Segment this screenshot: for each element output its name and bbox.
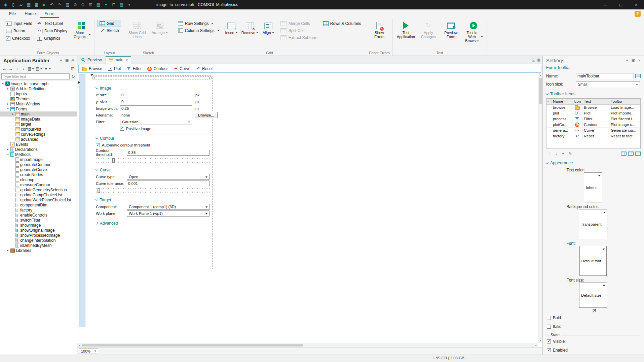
tree-node[interactable]: Main Window bbox=[0, 101, 77, 106]
tree-node[interactable]: changeInterpolation bbox=[0, 238, 77, 243]
italic-checkbox[interactable] bbox=[547, 325, 551, 329]
apply-changes-button[interactable]: Apply Changes bbox=[418, 20, 439, 40]
extract-subform-button[interactable]: Extract Subform bbox=[278, 34, 319, 41]
grid-mode-button[interactable]: Grid bbox=[98, 20, 121, 27]
scrollbar-thumb[interactable] bbox=[539, 78, 542, 104]
column-settings-button[interactable]: Column Settings bbox=[176, 27, 221, 34]
ribbon-tab[interactable]: File bbox=[5, 10, 20, 18]
go-to-source-icon[interactable] bbox=[635, 74, 641, 78]
toolbar-name-input[interactable] bbox=[576, 73, 634, 79]
zoom-extents-icon[interactable]: ⊕ bbox=[72, 1, 79, 8]
tree-node[interactable]: updateWorkPlaneChoiceList bbox=[0, 197, 77, 202]
filter-nodes-icon[interactable]: ▼ bbox=[43, 65, 51, 72]
browse-toolbar-button[interactable]: Browse bbox=[80, 66, 105, 72]
maximize-button[interactable]: □ bbox=[613, 0, 629, 9]
tree-node[interactable]: advanced bbox=[0, 137, 77, 142]
tree-node[interactable]: createNodes bbox=[0, 172, 77, 177]
merge-cells-button[interactable]: Merge Cells bbox=[278, 20, 319, 27]
graphics-button[interactable]: Graphics bbox=[35, 35, 69, 42]
toolbar-items-section-header[interactable]: Toolbar Items bbox=[546, 92, 641, 96]
save-items-icon[interactable] bbox=[628, 151, 634, 156]
row-settings-button[interactable]: Row Settings bbox=[176, 20, 221, 27]
curve-type-combo[interactable]: Open bbox=[127, 174, 210, 180]
toolbar-item-row[interactable]: plotCo... Contour Plot image c... bbox=[546, 122, 640, 128]
tree-node[interactable]: showProcessedImage bbox=[0, 233, 77, 238]
plot-toolbar-button[interactable]: Plot bbox=[105, 66, 124, 72]
positive-image-checkbox[interactable] bbox=[120, 127, 124, 131]
close-tab-icon[interactable] bbox=[126, 58, 128, 62]
row-grip[interactable] bbox=[546, 119, 552, 119]
tree-node[interactable]: Forms bbox=[0, 106, 77, 111]
tree-expander-icon[interactable] bbox=[6, 101, 9, 106]
row-grip[interactable] bbox=[546, 136, 552, 136]
row-grip[interactable] bbox=[546, 124, 552, 125]
visible-checkbox[interactable] bbox=[547, 339, 551, 343]
preview-form-button[interactable]: Preview Form bbox=[441, 20, 461, 40]
tree-expander-icon[interactable] bbox=[6, 86, 9, 91]
font-combo[interactable]: Default font bbox=[579, 246, 607, 276]
align-button[interactable]: Align bbox=[260, 20, 277, 36]
tree-expander-icon[interactable] bbox=[6, 248, 9, 253]
tree-node[interactable]: measureContour bbox=[0, 182, 77, 187]
scroll-down-icon[interactable] bbox=[538, 339, 542, 343]
scroll-up-icon[interactable] bbox=[538, 73, 542, 77]
tree-node[interactable]: Methods bbox=[0, 152, 77, 157]
zoom-control[interactable]: 100% bbox=[79, 348, 98, 354]
arrange-button[interactable]: Arrange bbox=[149, 20, 170, 36]
open-file-icon[interactable]: ▱ bbox=[17, 1, 25, 8]
copy-icon[interactable]: ▥ bbox=[64, 1, 71, 8]
tree-expander-icon[interactable] bbox=[1, 81, 4, 86]
edit-toolbar-item-icon[interactable]: ✎ bbox=[567, 151, 573, 156]
table-settings-icon[interactable] bbox=[635, 151, 641, 156]
tab-preview[interactable]: Preview bbox=[78, 56, 105, 64]
filter-combo[interactable]: Gaussian bbox=[120, 119, 192, 125]
contour-threshold-input[interactable] bbox=[127, 150, 210, 156]
comsol-logo-icon[interactable]: ◈ bbox=[2, 1, 9, 8]
tree-node[interactable]: Add-in Definition bbox=[0, 86, 77, 91]
tree-expander-icon[interactable] bbox=[6, 152, 9, 157]
button-object-button[interactable]: Button bbox=[4, 27, 34, 35]
add-icon[interactable]: + bbox=[103, 1, 110, 8]
tree-node[interactable]: Inputs bbox=[0, 91, 77, 96]
node-view-icon[interactable]: ▤ bbox=[35, 65, 43, 72]
back-icon[interactable]: ← bbox=[1, 65, 7, 72]
checkbox-object-button[interactable]: Checkbox bbox=[4, 35, 34, 42]
tree-node[interactable]: generateCurve bbox=[0, 167, 77, 172]
column-header[interactable]: Tooltip bbox=[609, 99, 640, 104]
tree-node[interactable]: cleanup bbox=[0, 177, 77, 182]
column-header[interactable]: Icon bbox=[572, 99, 582, 104]
curve-tolerance-slider[interactable] bbox=[97, 188, 210, 193]
browse-button[interactable]: Browse... bbox=[195, 112, 218, 118]
save-as-icon[interactable]: ▩ bbox=[33, 1, 40, 8]
move-item-up-icon[interactable]: ↑ bbox=[546, 151, 552, 156]
enabled-checkbox[interactable] bbox=[547, 348, 551, 352]
form-design-surface[interactable]: Image x: size 0 px y: size 0 px bbox=[93, 76, 213, 269]
table-icon[interactable]: ▦ bbox=[118, 1, 125, 8]
image-section-header[interactable]: Image bbox=[96, 85, 210, 91]
toolbar-item-row[interactable]: plot Plot Plot importe... bbox=[546, 110, 640, 116]
tree-node[interactable]: image_to_curve.mph bbox=[0, 81, 77, 86]
maximize-editor-icon[interactable]: ▣ bbox=[537, 58, 540, 62]
tree-node[interactable]: isDefinedByMesh bbox=[0, 243, 77, 248]
reset-toolbar-button[interactable]: Reset bbox=[193, 66, 215, 72]
model-builder-icon[interactable]: ⊞ bbox=[70, 65, 76, 72]
tree-node[interactable]: updateCompChoiceList bbox=[0, 192, 77, 197]
tree-filter-input[interactable] bbox=[1, 73, 70, 79]
tree-expander-icon[interactable] bbox=[11, 111, 14, 117]
curve-toolbar-button[interactable]: Curve bbox=[171, 66, 193, 72]
close-button[interactable]: × bbox=[629, 0, 644, 9]
save-icon[interactable]: ▦ bbox=[25, 1, 32, 8]
background-color-combo[interactable]: Transparent bbox=[579, 209, 607, 239]
help-button[interactable]: ? bbox=[635, 11, 641, 17]
tree-node[interactable]: contourPlot bbox=[0, 127, 77, 132]
tree-expander-icon[interactable] bbox=[6, 106, 9, 111]
tree-node[interactable]: Themes bbox=[0, 96, 77, 101]
move-down-icon[interactable]: ↓ bbox=[21, 65, 27, 72]
ribbon-tab[interactable]: Home bbox=[20, 10, 40, 18]
tree-node[interactable]: showOriginalImage bbox=[0, 228, 77, 233]
toolbar-item-row[interactable]: genera... Curve Generate cur... bbox=[546, 128, 640, 133]
toolbar-item-row[interactable]: factory Reset Reset to fact... bbox=[546, 133, 640, 139]
contour-section-header[interactable]: Contour bbox=[96, 135, 210, 141]
float-panel-icon[interactable]: ▣ bbox=[631, 58, 636, 63]
tree-node[interactable]: importImage bbox=[0, 157, 77, 162]
